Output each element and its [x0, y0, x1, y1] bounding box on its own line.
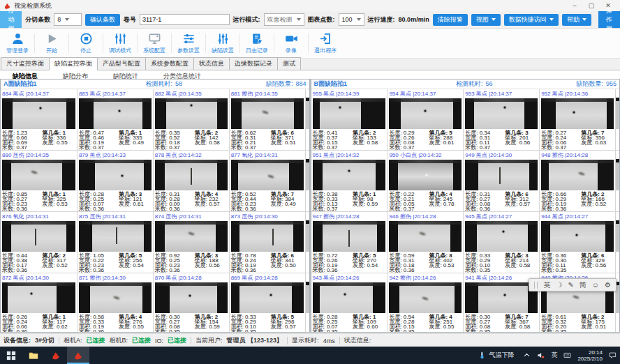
defect-info: 长度: 0.28宽度: 0.25面积: 0.07米数: 0.35第几条: 1坐标… — [311, 313, 388, 333]
chevron-down-icon — [297, 18, 301, 21]
action-debug-button[interactable]: 调试模式 — [104, 29, 136, 58]
clipped-cell-sliver — [615, 151, 619, 212]
panel-header: B面缺陷拍1检测耗时:56缺陷数量:955 — [311, 79, 620, 89]
defect-image — [231, 98, 304, 129]
defect-image — [231, 160, 304, 190]
defect-cell[interactable]: 869 黑点 |20:14:28长度: 0.33宽度: 0.29面积: 0.10… — [229, 273, 305, 333]
chart-points-select[interactable]: 100 — [339, 13, 364, 26]
defect-cell[interactable]: 953 黑点 |20:14:37长度: 0.34宽度: 0.31面积: 0.11… — [463, 89, 539, 151]
clipped-cell-sliver — [305, 273, 309, 333]
volume-icon[interactable] — [537, 351, 545, 359]
weather-widget[interactable]: 气温下降 — [475, 347, 517, 364]
defect-mark — [188, 232, 194, 236]
defect-cell[interactable]: 954 黑点 |20:14:37长度: 0.29宽度: 0.26面积: 0.08… — [387, 89, 463, 151]
ime-settings-icon[interactable]: ⚙ — [605, 281, 611, 289]
confirm-count-button[interactable]: 确认条数 — [85, 14, 120, 26]
view-menu-button[interactable]: 视图 — [471, 14, 501, 26]
defect-cell[interactable]: 875 压伤 |20:14:31长度: 1.05宽度: 0.22面积: 0.23… — [77, 212, 153, 273]
ime-toolbar[interactable]: 英☽✎简☺⚙ — [529, 278, 617, 291]
defect-cell[interactable]: 873 压伤 |20:14:30长度: 0.78宽度: 0.24面积: 0.19… — [229, 212, 305, 273]
defect-meters: 米数: 0.36 — [541, 206, 580, 211]
start-button[interactable] — [0, 347, 22, 364]
defect-cell[interactable]: 950 小白点 |20:14:32长度: 0.22宽度: 0.21面积: 0.0… — [387, 151, 463, 212]
defect-cell[interactable]: 877 氧化 |20:14:31长度: 0.52宽度: 0.44面积: 0.23… — [229, 151, 305, 212]
defect-cell[interactable]: 882 黑点 |20:14:35长度: 0.35宽度: 0.52面积: 0.18… — [153, 89, 229, 151]
main-tab[interactable]: 缺陷监控界面 — [49, 57, 98, 70]
defect-cell[interactable]: 874 压伤 |20:14:31长度: 0.92宽度: 0.25面积: 0.23… — [153, 212, 229, 273]
defect-cell[interactable]: 878 黑点 |20:14:32长度: 0.31宽度: 0.28面积: 0.09… — [153, 151, 229, 212]
defect-cell[interactable]: 883 黑点 |20:14:37长度: 0.47宽度: 0.46面积: 0.19… — [77, 89, 153, 151]
defect-gray: 灰度: 0.63 — [581, 140, 614, 145]
defect-cell[interactable]: 955 黑点 |20:14:39长度: 0.41宽度: 0.37面积: 0.15… — [311, 89, 388, 151]
maximize-button[interactable]: ▢ — [583, 0, 600, 11]
minimize-button[interactable]: – — [566, 0, 583, 11]
defect-cell[interactable]: 947 擦伤 |20:14:28长度: 0.72宽度: 0.26面积: 0.19… — [311, 212, 388, 273]
app-icon-inspection-active[interactable] — [67, 347, 89, 364]
data-access-menu-button[interactable]: 数据快捷访问 — [504, 14, 559, 26]
defect-gray: 灰度: 0.55 — [43, 140, 75, 145]
defect-cell[interactable]: 884 黑点 |20:14:37长度: 1.23宽度: 0.66面积: 0.69… — [1, 89, 77, 151]
action-exit-button[interactable]: 退出程序 — [309, 29, 341, 58]
ime-moon-icon[interactable]: ☽ — [556, 281, 562, 289]
help-menu-button[interactable]: 帮助 — [562, 14, 591, 26]
defect-gray: 灰度: 0.50 — [271, 263, 304, 268]
ime-keyboard-icon[interactable] — [563, 351, 571, 359]
defect-cell[interactable]: 880 压伤 |20:14:35长度: 0.85宽度: 0.27面积: 0.23… — [1, 151, 77, 212]
defect-meters: 米数: 0.37 — [313, 145, 352, 150]
defect-cell[interactable]: 952 黑点 |20:14:36长度: 0.27宽度: 0.24面积: 0.06… — [539, 89, 615, 151]
main-tab[interactable]: 边缘数据记录 — [229, 57, 278, 70]
action-play-button[interactable]: 开始 — [36, 29, 68, 58]
defect-cell[interactable]: 948 擦伤 |20:14:28长度: 0.66宽度: 0.29面积: 0.19… — [539, 151, 615, 212]
defect-cell[interactable]: 870 黑点 |20:14:28长度: 0.30宽度: 0.27面积: 0.08… — [153, 273, 229, 333]
defect-cell[interactable]: 941 黑点 |20:14:26长度: 0.30宽度: 0.27面积: 0.08… — [463, 273, 539, 333]
app-icon-inspection[interactable] — [45, 347, 67, 364]
ime-drag-handle[interactable] — [534, 282, 538, 289]
defect-cell[interactable]: 879 黑点 |20:14:33长度: 0.28宽度: 0.25面积: 0.07… — [77, 151, 153, 212]
action-user-button[interactable]: 管理登录 — [1, 29, 34, 58]
main-tab[interactable]: 尺寸监控界面 — [1, 57, 50, 70]
ime-simplified-mode[interactable]: 简 — [580, 280, 586, 290]
main-tab[interactable]: 系统参数配置 — [145, 57, 194, 70]
action-stop-button[interactable]: 停止 — [70, 29, 102, 58]
defect-cell[interactable]: 943 黑点 |20:14:26长度: 0.28宽度: 0.25面积: 0.07… — [311, 273, 388, 333]
main-tab[interactable]: 产品型号配置 — [97, 57, 146, 70]
defect-image — [2, 282, 75, 313]
defect-cell[interactable]: 949 黑点 |20:14:30长度: 0.31宽度: 0.27面积: 0.08… — [463, 151, 539, 212]
file-explorer-icon[interactable] — [22, 347, 45, 364]
defect-cell[interactable]: 944 黑点 |20:14:27长度: 0.36宽度: 0.30面积: 0.11… — [539, 212, 615, 273]
main-tab[interactable]: 状态信息 — [193, 57, 230, 70]
ime-pen-icon[interactable]: ✎ — [568, 281, 573, 289]
drive-side-button[interactable]: 传动侧 — [0, 11, 22, 28]
defect-info: 长度: 0.52宽度: 0.44面积: 0.23米数: 0.36第几条: 7坐标… — [230, 190, 305, 211]
defect-cell[interactable]: 881 擦伤 |20:14:35长度: 0.62宽度: 0.31面积: 0.21… — [229, 89, 305, 151]
defect-meters: 米数: 0.36 — [2, 329, 41, 333]
defect-cell[interactable]: 872 黑点 |20:14:30长度: 0.26宽度: 0.24面积: 0.06… — [1, 273, 77, 333]
ime-english-mode[interactable]: 英 — [543, 280, 550, 290]
tray-expand-icon[interactable] — [523, 351, 531, 359]
clear-alarm-button[interactable]: 清除报警 — [433, 14, 468, 26]
notification-center-icon[interactable] — [609, 351, 617, 359]
action-monitor-button[interactable]: 系统配置 — [138, 29, 170, 58]
defect-cell-header: 875 压伤 |20:14:31 — [78, 212, 153, 220]
defect-cell[interactable]: 946 擦伤 |20:14:28长度: 0.59宽度: 0.31面积: 0.18… — [387, 212, 463, 273]
action-defects-button[interactable]: 缺陷设置 — [207, 29, 239, 58]
language-indicator[interactable]: 英 — [551, 351, 557, 360]
defect-gray: 灰度: 0.56 — [195, 263, 228, 268]
defect-cell[interactable]: 876 氧化 |20:14:31长度: 0.44宽度: 0.38面积: 0.17… — [1, 212, 77, 273]
run-mode-select[interactable]: 双面检测 — [264, 13, 304, 26]
defect-cell[interactable]: 945 黑点 |20:14:27长度: 0.33宽度: 0.29面积: 0.10… — [463, 212, 539, 273]
defect-cell[interactable]: 951 黑点 |20:14:32长度: 0.38宽度: 0.33面积: 0.13… — [311, 151, 388, 212]
defect-cell-header: 943 黑点 |20:14:26 — [311, 273, 388, 282]
slit-count-select[interactable]: 8 — [54, 13, 82, 26]
operate-side-button[interactable]: 操作侧 — [598, 11, 620, 28]
defect-cell[interactable]: 942 擦伤 |20:14:26长度: 0.54宽度: 0.28面积: 0.15… — [387, 273, 463, 333]
main-tab[interactable]: 测试 — [277, 57, 301, 70]
action-params-button[interactable]: 参数设置 — [172, 29, 205, 58]
action-log-button[interactable]: 日志记录 — [241, 29, 273, 58]
ime-emoji-icon[interactable]: ☺ — [592, 281, 599, 289]
camera-b-status: 已连接 — [132, 336, 151, 345]
action-record-button[interactable]: 录像 — [275, 29, 307, 58]
roll-number-input[interactable] — [140, 14, 230, 25]
taskbar-clock[interactable]: 20:14 2025/2/10 — [577, 349, 603, 362]
defect-cell[interactable]: 871 擦伤 |20:14:30长度: 0.58宽度: 0.33面积: 0.19… — [77, 273, 153, 333]
